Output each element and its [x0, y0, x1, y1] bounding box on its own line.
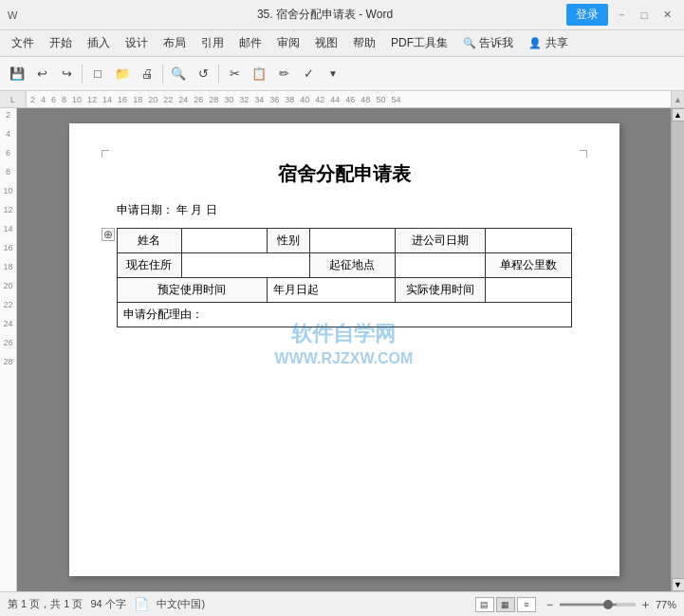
toolbar: 💾 ↩ ↪ □ 📁 🖨 🔍 ↺ ✂ 📋 ✏ ✓ ▼: [0, 57, 684, 91]
title-bar: W 35. 宿舍分配申请表 - Word 登录 － □ ✕: [0, 0, 684, 30]
view-layout-button[interactable]: ▤: [475, 597, 494, 612]
menu-file[interactable]: 文件: [4, 31, 42, 55]
save-button[interactable]: 💾: [6, 63, 28, 85]
view-buttons: ▤ ▦ ≡: [475, 597, 536, 612]
label-join-date: 进公司日期: [395, 229, 486, 253]
status-bar: 第 1 页，共 1 页 94 个字 📄 中文(中国) ▤ ▦ ≡ － ＋ 77%: [0, 591, 684, 616]
value-start-date[interactable]: 年月日起: [268, 278, 396, 303]
reason-cell[interactable]: 申请分配理由：: [117, 303, 571, 327]
window-title: 35. 宿舍分配申请表 - Word: [83, 7, 566, 23]
menu-layout[interactable]: 布局: [156, 31, 194, 55]
cut-button[interactable]: ✂: [223, 63, 246, 85]
menu-share[interactable]: 👤 共享: [521, 31, 575, 55]
value-actual-time[interactable]: [486, 278, 571, 303]
maximize-button[interactable]: □: [635, 6, 654, 25]
label-distance: 单程公里数: [486, 253, 571, 278]
scroll-up-button[interactable]: ▲: [672, 108, 685, 121]
undo-button[interactable]: ↩: [30, 63, 53, 85]
table-row: 姓名 性别 进公司日期: [117, 229, 571, 253]
value-name[interactable]: [182, 229, 268, 253]
toolbar-separator: [82, 65, 83, 84]
search-button[interactable]: 🔍: [167, 63, 190, 85]
scrollbar-v[interactable]: ▲ ▼: [671, 108, 684, 591]
value-gender[interactable]: [309, 229, 395, 253]
document-area[interactable]: 软件自学网 WWW.RJZXW.COM 宿舍分配申请表 申请日期： 年 月 日 …: [17, 108, 671, 591]
form-table: 姓名 性别 进公司日期 现在住所 起征地点: [117, 228, 572, 327]
rotate-button[interactable]: ↺: [192, 63, 214, 85]
scroll-down-button[interactable]: ▼: [672, 578, 685, 591]
vertical-ruler: 246810121416182022242628: [0, 108, 17, 591]
view-web-button[interactable]: ≡: [517, 597, 536, 612]
word-count: 94 个字: [90, 597, 125, 611]
corner-mark-tr: [580, 150, 587, 158]
apply-date: 申请日期： 年 月 日: [117, 202, 572, 218]
document-title: 宿舍分配申请表: [117, 161, 572, 187]
open-button[interactable]: 📁: [111, 63, 134, 85]
ruler-corner: L: [0, 91, 27, 108]
menu-design[interactable]: 设计: [118, 31, 156, 55]
table-row-reason: 申请分配理由：: [117, 303, 571, 327]
value-departure[interactable]: [395, 253, 486, 278]
language: 中文(中国): [157, 597, 205, 611]
label-planned-time: 预定使用时间: [117, 278, 268, 303]
zoom-in-button[interactable]: ＋: [639, 596, 652, 613]
menu-references[interactable]: 引用: [194, 31, 231, 55]
menu-home[interactable]: 开始: [42, 31, 80, 55]
menu-review[interactable]: 审阅: [269, 31, 307, 55]
menu-help[interactable]: 帮助: [345, 31, 383, 55]
zoom-slider[interactable]: [560, 603, 636, 607]
menu-bar: 文件 开始 插入 设计 布局 引用 邮件 审阅 视图 帮助 PDF工具集 🔍 告…: [0, 30, 684, 57]
toolbar-separator-2: [162, 65, 163, 84]
table-anchor-icon[interactable]: ⊕: [102, 228, 115, 241]
close-button[interactable]: ✕: [657, 6, 676, 25]
login-button[interactable]: 登录: [566, 4, 608, 26]
label-gender: 性别: [268, 229, 310, 253]
new-button[interactable]: □: [86, 63, 109, 85]
minimize-button[interactable]: －: [612, 6, 631, 25]
toolbar-separator-3: [218, 65, 219, 84]
zoom-control: － ＋ 77%: [544, 596, 676, 613]
document-icon: 📄: [134, 597, 149, 611]
zoom-level: 77%: [656, 599, 676, 610]
paste-button[interactable]: 📋: [248, 63, 270, 85]
horizontal-ruler: L 2 4 6 8 10 12 14 16 18 20 22 24 26 28 …: [0, 91, 684, 108]
table-row: 预定使用时间 年月日起 实际使用时间: [117, 278, 571, 303]
value-join-date[interactable]: [486, 229, 571, 253]
label-address: 现在住所: [117, 253, 182, 278]
menu-tell[interactable]: 🔍 告诉我: [455, 31, 521, 55]
main-area: 246810121416182022242628 软件自学网 WWW.RJZXW…: [0, 108, 684, 591]
label-departure: 起征地点: [309, 253, 395, 278]
table-row: 现在住所 起征地点 单程公里数: [117, 253, 571, 278]
format-button[interactable]: ✏: [272, 63, 295, 85]
corner-mark-tl: [102, 150, 109, 158]
menu-insert[interactable]: 插入: [80, 31, 118, 55]
view-read-button[interactable]: ▦: [496, 597, 515, 612]
document-page: 软件自学网 WWW.RJZXW.COM 宿舍分配申请表 申请日期： 年 月 日 …: [69, 123, 619, 576]
check-button[interactable]: ✓: [297, 63, 320, 85]
label-name: 姓名: [117, 229, 182, 253]
value-address[interactable]: [182, 253, 310, 278]
menu-view[interactable]: 视图: [307, 31, 345, 55]
redo-button[interactable]: ↪: [55, 63, 78, 85]
zoom-out-button[interactable]: －: [544, 596, 556, 613]
print-button[interactable]: 🖨: [136, 63, 158, 85]
page-info: 第 1 页，共 1 页: [8, 597, 83, 611]
more-button[interactable]: ▼: [322, 63, 344, 85]
menu-pdf[interactable]: PDF工具集: [383, 31, 455, 55]
menu-mailings[interactable]: 邮件: [231, 31, 269, 55]
label-actual-time: 实际使用时间: [395, 278, 486, 303]
